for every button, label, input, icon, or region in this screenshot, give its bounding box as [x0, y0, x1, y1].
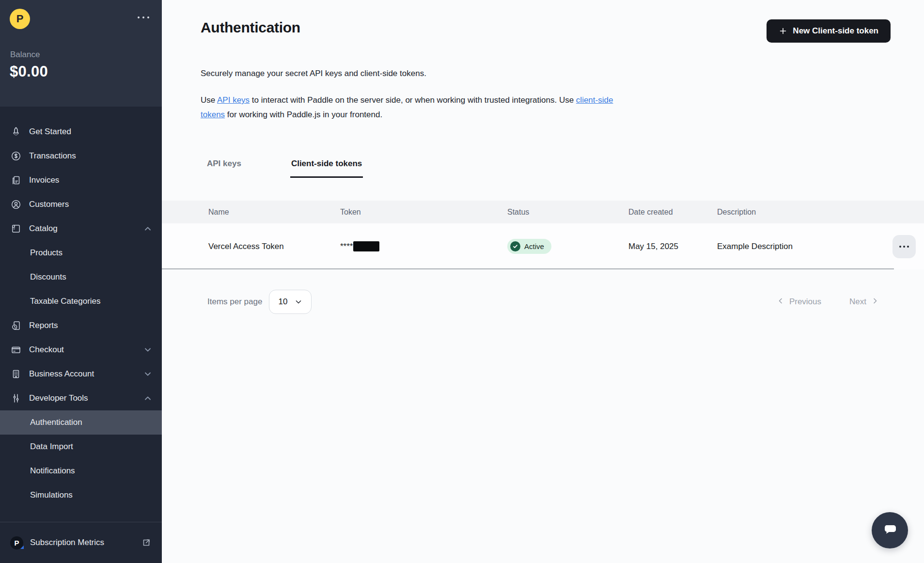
intro-text: Securely manage your secret API keys and…	[201, 69, 891, 78]
tokens-table: Name Token Status Date created Descripti…	[162, 201, 924, 269]
date-created-cell: May 15, 2025	[628, 242, 717, 251]
chevron-up-icon	[143, 394, 152, 403]
external-link-icon	[141, 538, 151, 547]
sidebar-balance-panel: P Balance $0.00	[0, 0, 162, 107]
sidebar-item-label: Get Started	[29, 127, 71, 137]
status-badge: Active	[507, 239, 551, 254]
token-redaction-box	[353, 241, 379, 251]
description-segment: to interact with Paddle on the server si…	[250, 95, 576, 105]
catalog-box-icon	[10, 223, 22, 235]
chevron-down-icon	[295, 298, 302, 306]
sidebar-item-label: Authentication	[30, 418, 82, 427]
chevron-down-icon	[143, 370, 152, 378]
table-row-divider	[162, 268, 894, 269]
balance-value: $0.00	[10, 63, 48, 80]
sidebar-item-authentication[interactable]: Authentication	[0, 410, 162, 435]
sidebar: P Balance $0.00 Get Started Transactions…	[0, 0, 162, 563]
sidebar-item-business-account[interactable]: Business Account	[0, 362, 162, 386]
sidebar-item-discounts[interactable]: Discounts	[0, 265, 162, 289]
auth-tabs: API keys Client-side tokens	[201, 153, 891, 178]
token-name-cell: Vercel Access Token	[208, 242, 340, 251]
sidebar-overflow-menu-icon[interactable]	[136, 15, 151, 20]
report-icon	[10, 320, 22, 331]
sidebar-item-label: Taxable Categories	[30, 297, 101, 306]
rocket-icon	[10, 126, 22, 138]
status-cell: Active	[507, 239, 628, 254]
table-header-row: Name Token Status Date created Descripti…	[162, 201, 924, 223]
credit-card-icon	[10, 344, 22, 356]
sidebar-item-get-started[interactable]: Get Started	[0, 120, 162, 144]
sidebar-item-label: Reports	[29, 321, 58, 330]
sidebar-item-simulations[interactable]: Simulations	[0, 483, 162, 507]
items-per-page-value: 10	[278, 297, 287, 307]
chevron-left-icon	[777, 297, 784, 307]
balance-label: Balance	[10, 50, 40, 60]
chevron-right-icon	[871, 297, 879, 307]
check-icon	[510, 241, 520, 251]
new-client-side-token-button[interactable]: New Client-side token	[767, 19, 891, 43]
sidebar-item-label: Simulations	[30, 490, 73, 500]
page-title: Authentication	[201, 19, 300, 36]
sidebar-item-reports[interactable]: Reports	[0, 313, 162, 338]
sidebar-item-label: Developer Tools	[29, 393, 88, 403]
row-actions-button[interactable]	[893, 235, 916, 258]
profitwell-icon: P	[10, 536, 23, 549]
description-segment: Use	[201, 95, 217, 105]
sidebar-item-developer-tools[interactable]: Developer Tools	[0, 386, 162, 410]
next-label: Next	[849, 297, 866, 307]
pagination-bar: Items per page 10 Previous Next	[201, 290, 891, 314]
chevron-up-icon	[143, 224, 152, 233]
description-segment: for working with Paddle.js in your front…	[225, 110, 382, 119]
items-per-page-label: Items per page	[207, 297, 262, 307]
paddle-logo-letter: P	[16, 13, 24, 25]
chat-widget-button[interactable]	[872, 512, 908, 548]
status-badge-label: Active	[524, 242, 544, 250]
dollar-circle-icon	[10, 150, 22, 162]
tab-api-keys[interactable]: API keys	[206, 153, 242, 178]
invoice-icon	[10, 174, 22, 186]
sidebar-item-label: Checkout	[29, 345, 64, 355]
subscription-metrics-label: Subscription Metrics	[30, 538, 104, 547]
sidebar-item-transactions[interactable]: Transactions	[0, 144, 162, 168]
sidebar-item-label: Notifications	[30, 466, 75, 476]
column-header-status: Status	[507, 208, 628, 217]
chevron-down-icon	[143, 345, 152, 354]
sidebar-item-label: Transactions	[29, 151, 76, 161]
sidebar-item-label: Business Account	[29, 369, 94, 379]
items-per-page-select[interactable]: 10	[269, 290, 312, 314]
description-text: Use API keys to interact with Paddle on …	[201, 93, 629, 122]
plus-icon	[779, 27, 787, 35]
sidebar-item-customers[interactable]: Customers	[0, 192, 162, 217]
sidebar-item-label: Discounts	[30, 272, 66, 282]
main-content: Authentication New Client-side token Sec…	[162, 0, 924, 563]
previous-page-button[interactable]: Previous	[777, 297, 821, 307]
column-header-description: Description	[717, 208, 924, 217]
sidebar-item-checkout[interactable]: Checkout	[0, 338, 162, 362]
sidebar-item-data-import[interactable]: Data Import	[0, 435, 162, 459]
sidebar-item-label: Invoices	[29, 175, 59, 185]
chat-bubble-icon	[881, 520, 899, 540]
sidebar-item-notifications[interactable]: Notifications	[0, 459, 162, 483]
tab-client-side-tokens[interactable]: Client-side tokens	[290, 153, 363, 178]
paddle-logo[interactable]: P	[10, 9, 30, 29]
sliders-icon	[10, 392, 22, 404]
building-icon	[10, 368, 22, 380]
column-header-token: Token	[340, 208, 507, 217]
sidebar-item-subscription-metrics[interactable]: P Subscription Metrics	[0, 522, 162, 563]
new-token-button-label: New Client-side token	[793, 26, 878, 36]
sidebar-item-label: Customers	[29, 200, 69, 209]
sidebar-item-products[interactable]: Products	[0, 241, 162, 265]
column-header-name: Name	[208, 208, 340, 217]
sidebar-item-label: Products	[30, 248, 63, 258]
sidebar-item-invoices[interactable]: Invoices	[0, 168, 162, 192]
previous-label: Previous	[789, 297, 821, 307]
sidebar-item-catalog[interactable]: Catalog	[0, 217, 162, 241]
sidebar-item-label: Catalog	[29, 224, 58, 234]
token-value-cell: ****	[340, 241, 507, 251]
api-keys-link[interactable]: API keys	[217, 95, 250, 105]
next-page-button[interactable]: Next	[849, 297, 879, 307]
sidebar-item-taxable-categories[interactable]: Taxable Categories	[0, 289, 162, 313]
person-circle-icon	[10, 199, 22, 210]
sidebar-nav: Get Started Transactions Invoices Custom…	[0, 107, 162, 522]
sidebar-item-label: Data Import	[30, 442, 73, 452]
